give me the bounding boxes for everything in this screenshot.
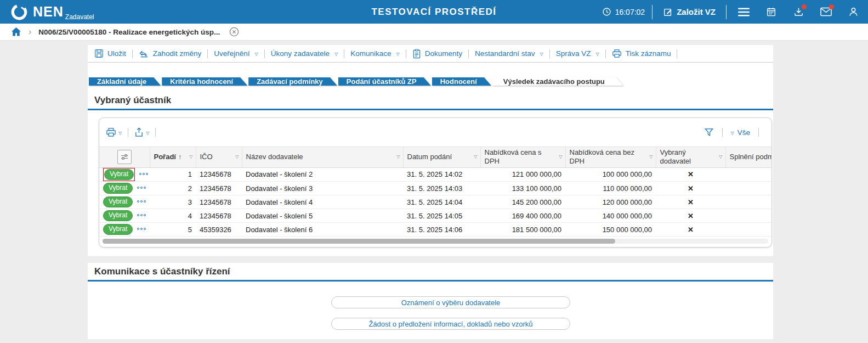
vybrat-button[interactable]: Vybrat <box>103 183 133 194</box>
tab-kriteria-hodnoceni[interactable]: Kritéria hodnocení <box>162 77 247 86</box>
column-header-ico[interactable]: IČO▽ <box>196 147 242 168</box>
column-header-splneni-podminek[interactable]: Splnění podmínek <box>725 147 771 168</box>
table-row: Vybrat 5 45359326 Dodavatel - školení 6 … <box>99 223 771 237</box>
cell-cena-s-dph: 121 000 000,00 <box>480 167 565 182</box>
section-title-communication: Komunikace s účastníky řízení <box>94 266 773 277</box>
filter-icon[interactable] <box>704 127 714 137</box>
row-menu-icon[interactable] <box>137 200 146 203</box>
dropdown-icon: ▽ <box>731 131 734 136</box>
row-menu-icon[interactable] <box>137 187 146 189</box>
save-button[interactable]: Uložit <box>94 49 126 58</box>
column-header-cena-bez-dph[interactable]: Nabídková cena bez DPH▽ <box>565 147 656 168</box>
vybrat-button[interactable]: Vybrat <box>103 224 133 235</box>
cell-poradi: 2 <box>150 182 196 195</box>
vybrat-button[interactable]: Vybrat <box>103 210 133 222</box>
discard-changes-button[interactable]: Zahodit změny <box>139 49 202 58</box>
column-settings-header[interactable] <box>99 147 150 168</box>
record-tabs: Základní údaje Kritéria hodnocení Zadáva… <box>88 74 773 89</box>
cell-ico: 12345678 <box>196 209 242 223</box>
scrollbar-thumb[interactable] <box>103 239 615 244</box>
column-filter-icon[interactable]: ▽ <box>396 154 400 160</box>
record-toolbar: Uložit Zahodit změny Uveřejnění▽ Úkony z… <box>88 45 773 63</box>
table-row: Vybrat 4 12345678 Dodavatel - školení 5 … <box>99 209 771 223</box>
dropdown-icon: ▽ <box>146 131 149 136</box>
menu-icon[interactable] <box>738 6 750 18</box>
divider <box>132 49 133 58</box>
tab-vysledek-zadavaciho-postupu[interactable]: Výsledek zadávacího postupu <box>492 77 623 86</box>
column-header-cena-s-dph[interactable]: Nabídková cena s DPH▽ <box>480 147 565 168</box>
create-vz-button[interactable]: Založit VZ <box>660 7 719 18</box>
divider <box>344 49 344 58</box>
tab-zadavaci-podminky[interactable]: Zadávací podmínky <box>248 77 337 86</box>
cell-poradi: 3 <box>150 195 196 209</box>
user-icon[interactable] <box>848 6 859 18</box>
tab-hodnoceni[interactable]: Hodnocení <box>432 77 491 86</box>
cell-cena-bez-dph: 120 000 000,00 <box>565 195 656 209</box>
grid-table-wrap: Pořadí↑▽ IČO▽ Název dodavatele▽ Datum po… <box>99 147 771 237</box>
undo-icon <box>139 49 149 58</box>
notification-badge <box>829 4 834 9</box>
dropdown-icon: ▽ <box>540 52 543 57</box>
top-header: NEN Zadavatel TESTOVACÍ PROSTŘEDÍ 16:07:… <box>0 0 868 24</box>
column-header-vybrany-dodavatel[interactable]: Vybraný dodavatel▽ <box>656 147 725 168</box>
cell-ico: 12345678 <box>196 195 242 209</box>
column-settings-icon[interactable] <box>117 150 132 164</box>
request-documents-button[interactable]: Žádost o předložení informací, dokladů n… <box>331 318 570 330</box>
chevron-right-icon: › <box>29 27 31 36</box>
communication-section: Komunikace s účastníky řízení Oznámení o… <box>88 263 773 339</box>
cell-datum: 31. 5. 2025 14:04 <box>403 195 480 209</box>
filter-all-dropdown[interactable]: ▽ Vše <box>731 128 750 137</box>
column-filter-icon[interactable]: ▽ <box>474 154 477 160</box>
divider <box>677 49 677 58</box>
tab-zakladni-udaje[interactable]: Základní údaje <box>89 77 161 86</box>
dropdown-icon: ▽ <box>595 52 599 57</box>
section-rule <box>88 280 773 282</box>
column-header-nazev-dodavatele[interactable]: Název dodavatele▽ <box>242 147 403 168</box>
cell-nazev: Dodavatel - školení 4 <box>242 195 403 209</box>
column-filter-icon[interactable]: ▽ <box>719 154 722 160</box>
home-icon[interactable] <box>11 27 21 37</box>
contracting-actions-menu[interactable]: Úkony zadavatele▽ <box>271 49 338 58</box>
documents-button[interactable]: Dokumenty <box>412 49 462 59</box>
cell-poradi: 4 <box>150 209 196 223</box>
calendar-icon[interactable] <box>765 6 777 18</box>
vybrat-button[interactable]: Vybrat <box>104 169 134 181</box>
participants-table: Pořadí↑▽ IČO▽ Název dodavatele▽ Datum po… <box>99 147 771 237</box>
mail-icon[interactable] <box>820 6 832 18</box>
grid-print-button[interactable]: ▽ <box>106 127 122 137</box>
table-header-row: Pořadí↑▽ IČO▽ Název dodavatele▽ Datum po… <box>99 147 771 168</box>
column-header-poradi[interactable]: Pořadí↑▽ <box>150 147 196 168</box>
cell-cena-s-dph: 181 500 000,00 <box>480 223 565 237</box>
communication-menu[interactable]: Komunikace▽ <box>350 49 399 58</box>
vz-administration-menu[interactable]: Správa VZ▽ <box>556 49 599 58</box>
row-menu-icon[interactable] <box>137 228 146 230</box>
print-record-button[interactable]: Tisk záznamu <box>612 49 671 58</box>
grid-export-button[interactable]: ▽ <box>134 127 149 137</box>
supplier-selection-notice-button[interactable]: Oznámení o výběru dodavatele <box>331 296 570 308</box>
publication-menu[interactable]: Uveřejnění▽ <box>214 49 258 58</box>
cell-vybrany-x-icon: ✕ <box>656 223 725 237</box>
record-breadcrumb-title[interactable]: N006/25/V00005180 - Realizace energetick… <box>38 28 220 36</box>
tab-podani-ucastniku[interactable]: Podání účastníků ZP <box>338 77 431 86</box>
nen-logo-icon <box>10 3 29 21</box>
row-menu-icon[interactable] <box>137 214 146 216</box>
nonstandard-state-menu[interactable]: Nestandardní stav▽ <box>475 49 543 58</box>
download-tray-icon[interactable] <box>793 6 804 18</box>
close-record-icon[interactable] <box>229 27 239 37</box>
cell-splneni <box>725 182 771 195</box>
column-filter-icon[interactable]: ▽ <box>559 154 562 160</box>
row-menu-icon[interactable] <box>139 173 148 175</box>
table-row: Vybrat 3 12345678 Dodavatel - školení 4 … <box>99 195 771 209</box>
vybrat-button[interactable]: Vybrat <box>103 196 133 208</box>
divider <box>468 49 469 58</box>
cell-splneni <box>725 167 771 182</box>
column-header-datum-podani[interactable]: Datum podání▽ <box>403 147 480 168</box>
cell-cena-s-dph: 145 200 000,00 <box>480 195 565 209</box>
nen-app: NEN Zadavatel TESTOVACÍ PROSTŘEDÍ 16:07:… <box>0 0 868 343</box>
nen-logo-link[interactable]: NEN Zadavatel <box>10 3 94 21</box>
column-filter-icon[interactable]: ▽ <box>235 154 239 160</box>
cell-vybrany-x-icon: ✕ <box>656 195 725 209</box>
column-filter-icon[interactable]: ▽ <box>189 154 192 160</box>
breadcrumb: › N006/25/V00005180 - Realizace energeti… <box>0 24 868 41</box>
column-filter-icon[interactable]: ▽ <box>649 154 653 160</box>
